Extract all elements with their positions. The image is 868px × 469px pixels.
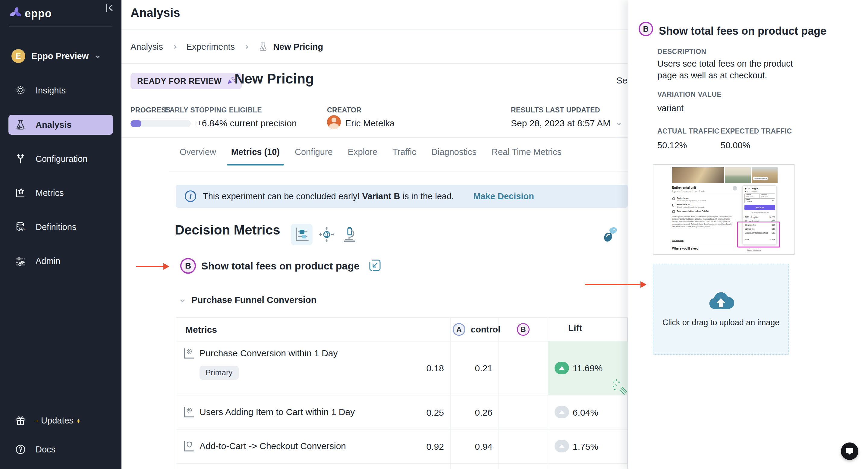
chevron-down-icon <box>617 122 621 125</box>
table-header-b: B <box>517 323 530 336</box>
early-stopping-label: EARLY STOPPING ELIGIBLE <box>165 106 262 114</box>
banner-message: This experiment can be concluded early! … <box>203 191 454 201</box>
global-view-button[interactable] <box>316 224 338 245</box>
description-text: Users see total fees on the product page… <box>657 58 799 82</box>
sidebar-item-admin[interactable]: Admin <box>8 251 113 271</box>
tab-configure[interactable]: Configure <box>295 147 333 165</box>
expected-traffic-label: EXPECTED TRAFFIC <box>721 127 792 135</box>
chat-launcher-button[interactable] <box>841 442 858 460</box>
results-updated-label: RESULTS LAST UPDATED <box>511 106 600 114</box>
sidebar-item-analysis[interactable]: Analysis <box>8 115 113 135</box>
sidebar-item-insights[interactable]: Insights <box>8 81 113 100</box>
lift-value: 11.69% <box>572 363 603 373</box>
eppo-logo[interactable]: eppo <box>9 6 113 21</box>
breadcrumb-experiments[interactable]: Experiments <box>186 42 235 52</box>
metric-name: Add-to-Cart -> Checkout Conversion <box>199 441 346 451</box>
sidebar-item-label: Metrics <box>36 188 64 198</box>
decision-metrics-title: Decision Metrics <box>175 222 280 238</box>
chevron-down-icon <box>180 298 185 302</box>
description-label: DESCRIPTION <box>657 48 707 56</box>
chevron-right-icon <box>173 45 177 49</box>
account-switcher[interactable]: E Eppo Preview <box>11 48 111 64</box>
table-header-lift: Lift <box>568 323 582 333</box>
clipped-action-text: Se <box>616 75 627 86</box>
make-decision-link[interactable]: Make Decision <box>473 191 534 201</box>
sidebar-item-configuration[interactable]: Configuration <box>8 149 113 169</box>
sleep-heading: Where you'll sleep <box>672 247 698 250</box>
amenity-sub: You'll have the apartment to yourself <box>677 200 706 201</box>
sidebar-item-label: Analysis <box>36 120 71 130</box>
table-header-control: A control <box>453 323 500 336</box>
sidebar-collapse-icon[interactable] <box>104 2 115 13</box>
variant-screenshot-preview[interactable]: Show all photos Entire rental unit 2 gue… <box>653 164 795 255</box>
sparkle-icon <box>36 419 38 423</box>
tab-divider <box>169 171 628 171</box>
insights-icon <box>14 84 27 96</box>
upload-instruction: Click or drag to upload an image <box>662 318 780 327</box>
metric-name: Users Adding Item to Cart within 1 Day <box>199 407 355 417</box>
chevron-right-icon <box>244 45 248 49</box>
host-avatar <box>733 186 737 190</box>
guests-box: GUESTS2 guests <box>744 199 775 203</box>
amenity-title: Free cancellation before Feb 14 <box>677 210 709 212</box>
tab-overview[interactable]: Overview <box>180 147 216 165</box>
amenity-sub: Check yourself in with the keypad. <box>677 206 704 208</box>
lift-up-icon <box>555 440 569 452</box>
image-upload-dropzone[interactable]: Click or drag to upload an image <box>653 264 789 355</box>
variant-title: Show total fees on product page <box>201 260 360 272</box>
ci-plot-view-button[interactable] <box>291 224 313 245</box>
account-avatar: E <box>11 49 25 63</box>
sql-database-icon: SQL <box>14 221 27 233</box>
row-divider <box>176 463 627 464</box>
creator-label: CREATOR <box>327 106 361 114</box>
amenity-title: Entire home <box>677 197 689 199</box>
main-content: Analysis Analysis Experiments New Pricin… <box>121 0 628 469</box>
globe-arrows-icon <box>318 226 335 243</box>
sidebar-item-docs[interactable]: Docs <box>8 439 113 459</box>
amenity-title: Self check-in <box>677 204 690 206</box>
sidebar-item-definitions[interactable]: SQL Definitions <box>8 217 113 237</box>
sidebar-item-metrics[interactable]: Metrics <box>8 183 113 203</box>
sidebar-item-label: Admin <box>36 256 60 266</box>
branch-arrows-icon <box>14 153 27 165</box>
variant-detail-drawer: B Show total fees on product page DESCRI… <box>628 0 868 469</box>
open-panel-icon[interactable] <box>368 258 382 273</box>
sidebar-item-updates[interactable]: Updates <box>8 410 113 430</box>
progress-bar <box>130 120 191 127</box>
treatment-value: 0.26 <box>456 408 493 418</box>
flask-icon <box>14 119 27 131</box>
cloud-upload-icon <box>708 291 734 310</box>
tab-metrics[interactable]: Metrics (10) <box>231 147 280 165</box>
lift-value: 6.04% <box>572 408 598 418</box>
divider <box>672 244 738 244</box>
show-more-link: Show more <box>672 239 684 242</box>
tab-realtime[interactable]: Real Time Metrics <box>492 147 561 165</box>
sidebar: eppo E Eppo Preview Insights <box>0 0 121 469</box>
eppo-beans-icon[interactable] <box>601 226 621 247</box>
svg-text:SQL: SQL <box>19 227 26 230</box>
sliders-icon <box>14 255 27 267</box>
sidebar-item-label: Configuration <box>36 154 88 164</box>
sidebar-item-label: Docs <box>36 445 56 455</box>
divider <box>672 195 738 195</box>
info-icon: i <box>185 190 196 202</box>
section-purchase-funnel[interactable]: Purchase Funnel Conversion <box>181 295 316 305</box>
annotation-arrow-variant <box>136 266 164 267</box>
expected-traffic-value: 50.00% <box>721 139 750 151</box>
microscope-view-button[interactable] <box>339 224 361 245</box>
lift-up-icon <box>555 362 569 374</box>
tab-diagnostics[interactable]: Diagnostics <box>431 147 476 165</box>
tab-explore[interactable]: Explore <box>348 147 377 165</box>
annotation-arrow-upload <box>585 284 641 285</box>
breadcrumb-analysis[interactable]: Analysis <box>130 42 163 52</box>
amenity-icon <box>673 210 675 213</box>
decision-metrics-table: Metrics A control B Lift <box>176 317 628 469</box>
show-all-photos-chip: Show all photos <box>753 177 768 180</box>
variant-heading-row: B Show total fees on product page <box>180 258 382 274</box>
tab-traffic[interactable]: Traffic <box>393 147 416 165</box>
price: $175 / night <box>745 187 758 190</box>
precision-text: ±6.84% current precision <box>197 118 297 128</box>
report-listing-link: Report this listing <box>747 249 761 251</box>
checkout-box: CHECKOUT2/26/2022 <box>760 193 775 199</box>
results-updated-value[interactable]: Sep 28, 2023 at 8:57 AM <box>511 118 620 128</box>
